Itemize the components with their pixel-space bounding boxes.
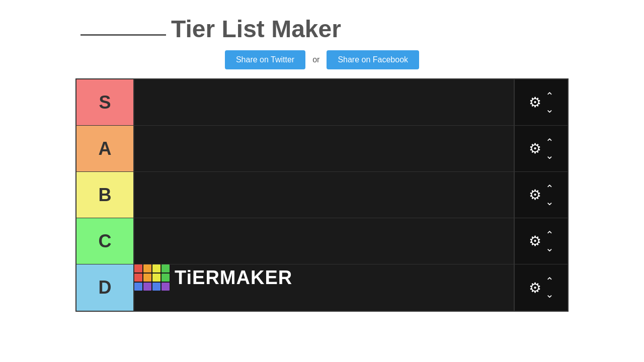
logo-cell bbox=[134, 264, 142, 273]
page-title: Tier List Maker bbox=[171, 15, 341, 43]
chevron-up-a[interactable]: ⌃ bbox=[545, 136, 554, 148]
logo-cell bbox=[162, 264, 170, 273]
chevron-up-b[interactable]: ⌃ bbox=[545, 183, 554, 195]
chevron-up-s[interactable]: ⌃ bbox=[545, 90, 554, 102]
chevrons-s: ⌃ ⌄ bbox=[545, 90, 554, 115]
chevrons-a: ⌃ ⌄ bbox=[545, 136, 554, 161]
gear-icon-d[interactable]: ⚙ bbox=[529, 280, 541, 296]
tier-content-b[interactable] bbox=[134, 172, 515, 218]
tier-controls-b: ⚙ ⌃ ⌄ bbox=[515, 172, 568, 218]
gear-icon-b[interactable]: ⚙ bbox=[529, 187, 541, 203]
chevron-up-d[interactable]: ⌃ bbox=[545, 275, 554, 287]
header: Tier List Maker Share on Twitter or Shar… bbox=[0, 0, 644, 69]
chevron-down-b[interactable]: ⌄ bbox=[545, 196, 554, 208]
tier-label-d: D bbox=[76, 264, 134, 311]
share-bar: Share on Twitter or Share on Facebook bbox=[0, 50, 644, 69]
tier-controls-a: ⚙ ⌃ ⌄ bbox=[515, 126, 568, 171]
chevron-down-c[interactable]: ⌄ bbox=[545, 242, 554, 254]
logo-cell bbox=[162, 274, 170, 282]
chevron-up-c[interactable]: ⌃ bbox=[545, 229, 554, 241]
share-twitter-button[interactable]: Share on Twitter bbox=[225, 50, 305, 69]
logo-cell bbox=[143, 264, 151, 273]
chevrons-c: ⌃ ⌄ bbox=[545, 229, 554, 254]
logo-cell bbox=[134, 283, 142, 291]
share-facebook-button[interactable]: Share on Facebook bbox=[327, 50, 419, 69]
tier-controls-c: ⚙ ⌃ ⌄ bbox=[515, 218, 568, 264]
logo-grid bbox=[134, 264, 170, 291]
tier-row-d: D TiERMAKER ⚙ ⌃ ⌄ bbox=[76, 264, 568, 311]
chevron-down-d[interactable]: ⌄ bbox=[545, 288, 554, 300]
or-text: or bbox=[312, 55, 319, 64]
tier-row-a: A ⚙ ⌃ ⌄ bbox=[76, 126, 568, 172]
gear-icon-s[interactable]: ⚙ bbox=[529, 94, 541, 111]
chevron-down-s[interactable]: ⌄ bbox=[545, 103, 554, 115]
tier-label-a: A bbox=[76, 126, 134, 171]
logo-cell bbox=[134, 274, 142, 282]
chevrons-d: ⌃ ⌄ bbox=[545, 275, 554, 300]
tiermaker-logo: TiERMAKER bbox=[134, 264, 514, 291]
tier-controls-d: ⚙ ⌃ ⌄ bbox=[515, 264, 568, 311]
tier-controls-s: ⚙ ⌃ ⌄ bbox=[515, 79, 568, 125]
gear-icon-c[interactable]: ⚙ bbox=[529, 233, 541, 249]
logo-cell bbox=[143, 283, 151, 291]
logo-cell bbox=[152, 274, 160, 282]
tier-content-d[interactable]: TiERMAKER bbox=[134, 264, 515, 311]
logo-cell bbox=[162, 283, 170, 291]
title-underline bbox=[80, 34, 166, 36]
tier-list: S ⚙ ⌃ ⌄ A ⚙ ⌃ ⌄ B ⚙ ⌃ ⌄ C bbox=[75, 78, 569, 312]
tier-label-s: S bbox=[76, 79, 134, 125]
tier-label-b: B bbox=[76, 172, 134, 218]
chevron-down-a[interactable]: ⌄ bbox=[545, 149, 554, 161]
tier-row-c: C ⚙ ⌃ ⌄ bbox=[76, 218, 568, 264]
chevrons-b: ⌃ ⌄ bbox=[545, 183, 554, 208]
tier-row-s: S ⚙ ⌃ ⌄ bbox=[76, 79, 568, 126]
tier-content-a[interactable] bbox=[134, 126, 515, 171]
logo-text: TiERMAKER bbox=[175, 267, 292, 289]
logo-cell bbox=[143, 274, 151, 282]
tier-row-b: B ⚙ ⌃ ⌄ bbox=[76, 172, 568, 218]
logo-cell bbox=[152, 264, 160, 273]
gear-icon-a[interactable]: ⚙ bbox=[529, 140, 541, 157]
logo-cell bbox=[152, 283, 160, 291]
tier-label-c: C bbox=[76, 218, 134, 264]
tier-content-s[interactable] bbox=[134, 79, 515, 125]
tier-content-c[interactable] bbox=[134, 218, 515, 264]
